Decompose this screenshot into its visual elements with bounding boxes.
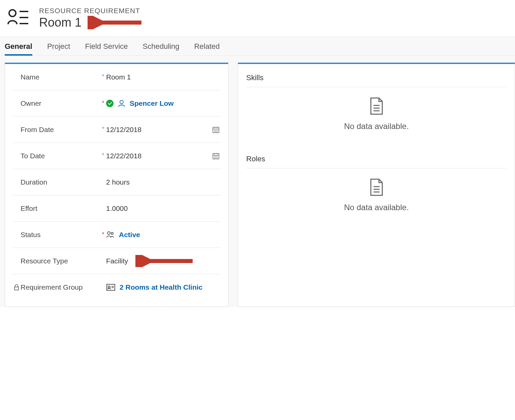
page-title: Room 1 <box>39 15 82 30</box>
svg-point-13 <box>215 131 215 132</box>
tab-related[interactable]: Related <box>194 37 220 56</box>
contact-card-icon <box>106 284 116 291</box>
input-effort[interactable]: 1.0000 <box>106 204 221 213</box>
lock-icon <box>12 284 21 291</box>
svg-point-24 <box>216 158 216 158</box>
input-name[interactable]: Room 1 <box>106 73 221 81</box>
svg-point-20 <box>215 156 215 157</box>
skills-empty-state: No data available. <box>246 87 507 145</box>
label-to-date: To Date <box>21 152 100 160</box>
calendar-icon[interactable] <box>211 151 221 161</box>
label-status: Status <box>21 231 100 239</box>
svg-point-27 <box>111 232 113 234</box>
skills-empty-message: No data available. <box>246 122 507 131</box>
verified-check-icon <box>106 100 114 107</box>
svg-point-22 <box>217 156 218 157</box>
required-marker: * <box>100 100 106 107</box>
recommended-marker: + <box>100 72 106 78</box>
tab-general[interactable]: General <box>5 37 32 56</box>
svg-point-14 <box>216 131 216 132</box>
lookup-requirement-group[interactable]: 2 Rooms at Health Clinic <box>106 283 221 291</box>
owner-link[interactable]: Spencer Low <box>130 99 221 107</box>
svg-point-15 <box>217 131 218 132</box>
lookup-owner[interactable]: Spencer Low <box>106 99 221 107</box>
required-marker: * <box>100 231 106 238</box>
svg-point-10 <box>215 130 215 130</box>
status-icon <box>106 231 115 239</box>
arrow-annotation-resource-type <box>135 255 196 267</box>
tab-scheduling[interactable]: Scheduling <box>143 37 180 56</box>
svg-point-31 <box>108 286 110 288</box>
svg-point-5 <box>120 100 123 104</box>
page-header: RESOURCE REQUIREMENT Room 1 <box>0 0 515 36</box>
svg-point-23 <box>215 158 215 158</box>
input-resource-type[interactable]: Facility <box>106 255 221 267</box>
input-from-date[interactable]: 12/12/2018 <box>106 125 221 134</box>
label-owner: Owner <box>21 99 100 107</box>
section-roles-title: Roles <box>246 145 507 168</box>
field-row-to-date: To Date + 12/22/2018 <box>12 143 221 169</box>
svg-point-25 <box>217 158 218 158</box>
field-row-name: Name + Room 1 <box>12 64 221 90</box>
resource-requirement-icon <box>7 8 30 28</box>
field-row-resource-type: Resource Type Facility <box>12 248 221 274</box>
label-resource-type: Resource Type <box>21 257 100 265</box>
label-requirement-group: Requirement Group <box>21 283 100 291</box>
content-area: Name + Room 1 Owner * <box>0 56 515 307</box>
svg-point-12 <box>217 130 218 130</box>
svg-point-0 <box>9 10 16 17</box>
svg-point-11 <box>216 130 216 130</box>
svg-point-26 <box>107 232 110 234</box>
document-icon <box>246 97 507 116</box>
roles-empty-message: No data available. <box>246 203 507 212</box>
requirement-group-link[interactable]: 2 Rooms at Health Clinic <box>120 283 221 291</box>
tab-field-service[interactable]: Field Service <box>85 37 128 56</box>
tab-project[interactable]: Project <box>47 37 70 56</box>
input-to-date[interactable]: 12/22/2018 <box>106 151 221 161</box>
tabs-bar: General Project Field Service Scheduling… <box>0 36 515 56</box>
label-effort: Effort <box>21 204 100 213</box>
roles-empty-state: No data available. <box>246 168 507 226</box>
field-row-duration: Duration 2 hours <box>12 169 221 195</box>
field-row-effort: Effort 1.0000 <box>12 195 221 222</box>
label-from-date: From Date <box>21 126 100 134</box>
field-row-status: Status * Active <box>12 222 221 248</box>
recommended-marker: + <box>100 151 106 157</box>
svg-rect-29 <box>14 287 19 290</box>
label-name: Name <box>21 73 100 81</box>
status-link[interactable]: Active <box>119 231 221 239</box>
section-skills-title: Skills <box>246 64 507 87</box>
field-row-owner: Owner * Spencer Low <box>12 90 221 117</box>
input-duration[interactable]: 2 hours <box>106 178 221 186</box>
field-row-from-date: From Date + 12/12/2018 <box>12 117 221 143</box>
arrow-annotation-title <box>88 16 145 29</box>
svg-point-21 <box>216 156 216 157</box>
calendar-icon[interactable] <box>211 125 221 134</box>
person-icon <box>118 99 126 107</box>
field-row-requirement-group: Requirement Group 2 Rooms at Health Clin… <box>12 274 221 300</box>
page-subtitle: RESOURCE REQUIREMENT <box>39 7 145 15</box>
lookup-status[interactable]: Active <box>106 231 221 239</box>
side-panel: Skills No data available. Roles <box>238 63 515 307</box>
general-form-panel: Name + Room 1 Owner * <box>5 63 228 307</box>
recommended-marker: + <box>100 125 106 130</box>
document-icon <box>246 178 507 197</box>
label-duration: Duration <box>21 178 100 186</box>
